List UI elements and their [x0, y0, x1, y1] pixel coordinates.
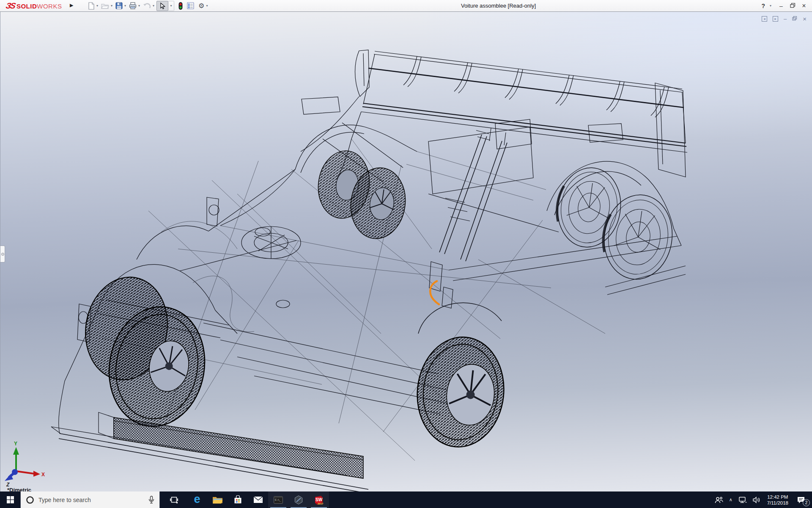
network-icon	[738, 497, 747, 503]
taskbar-store-button[interactable]	[228, 491, 248, 508]
rebuild-button[interactable]	[178, 1, 184, 11]
action-center-button[interactable]: 2	[792, 491, 810, 508]
triad-x-label: X	[41, 472, 45, 478]
front-grille	[99, 412, 363, 478]
menu-expand-arrow-icon[interactable]: ▶	[70, 3, 73, 8]
open-folder-icon	[101, 3, 109, 9]
solidworks-logo: ЗS SOLID WORKS	[6, 1, 62, 11]
options-dropdown[interactable]: ▾	[206, 4, 208, 8]
print-dropdown[interactable]: ▾	[138, 4, 140, 8]
new-document-button[interactable]	[87, 1, 96, 11]
triad-y-label: Y	[14, 441, 17, 447]
mail-icon	[253, 496, 263, 503]
viewport-minimize-button[interactable]: –	[784, 16, 787, 22]
title-bar: ЗS SOLID WORKS ▶ ▾ ▾	[0, 0, 812, 12]
file-properties-icon	[187, 2, 194, 9]
panel-tab-dot-icon	[1, 253, 4, 256]
task-view-icon	[170, 496, 178, 504]
hexagon-app-icon	[294, 495, 303, 505]
viewport-window-controls: ◂ ▸ – ×	[762, 16, 807, 22]
system-tray: ∧ 12:42 PM 7/11/2018	[712, 491, 812, 508]
taskbar-search-input[interactable]: Type here to search	[20, 491, 160, 508]
wireframe-car-model[interactable]: Y X Z	[0, 12, 812, 491]
notification-badge: 2	[803, 499, 810, 506]
logo-mark: ЗS	[5, 1, 16, 11]
command-prompt-icon: C:\_	[274, 496, 283, 504]
taskbar-hexagon-app-button[interactable]	[288, 491, 309, 508]
undo-arrow-icon	[143, 3, 151, 9]
viewport-restore-button[interactable]	[792, 16, 797, 22]
taskbar-command-prompt-button[interactable]: C:\_	[268, 491, 288, 508]
restore-button[interactable]	[789, 3, 796, 9]
help-button[interactable]: ?	[761, 3, 765, 9]
restore-icon	[790, 3, 796, 8]
sw-letters: SW	[315, 497, 323, 502]
window-controls: ? ▾ – ×	[761, 0, 808, 11]
start-button[interactable]	[0, 491, 20, 508]
open-dropdown[interactable]: ▾	[111, 4, 112, 8]
file-properties-button[interactable]	[186, 1, 195, 11]
traffic-light-icon	[178, 2, 183, 10]
close-button[interactable]: ×	[800, 2, 808, 10]
show-hidden-icons-button[interactable]: ∧	[726, 491, 735, 508]
options-button[interactable]: ⚙	[198, 1, 205, 11]
taskbar-edge-button[interactable]: e	[187, 491, 207, 508]
print-button[interactable]	[128, 1, 137, 11]
viewport-close-button[interactable]: ×	[803, 16, 807, 22]
select-cursor-icon	[160, 3, 165, 9]
chevron-up-icon: ∧	[729, 497, 732, 502]
sw-year: 2017	[318, 502, 324, 505]
clock-date: 7/11/2018	[767, 500, 788, 506]
volume-button[interactable]	[750, 491, 764, 508]
cortana-icon	[26, 496, 34, 504]
microphone-icon[interactable]	[148, 496, 154, 504]
undo-dropdown[interactable]: ▾	[153, 4, 154, 8]
taskbar-mail-button[interactable]	[248, 491, 268, 508]
select-cursor-button[interactable]	[156, 1, 168, 11]
minimize-button[interactable]: –	[777, 3, 785, 9]
taskbar-file-explorer-button[interactable]	[207, 491, 228, 508]
new-dropdown[interactable]: ▾	[96, 4, 98, 8]
reference-triad: Y X Z	[5, 441, 45, 488]
select-dropdown[interactable]: ▾	[168, 1, 174, 11]
document-title: Voiture assomblee [Read-only]	[461, 3, 536, 9]
taskbar-clock[interactable]: 12:42 PM 7/11/2018	[764, 494, 792, 506]
standard-toolbar: ▾ ▾ ▾	[87, 0, 210, 11]
undo-button[interactable]	[142, 1, 152, 11]
gear-icon: ⚙	[198, 3, 204, 9]
cmd-prompt-text: C:\_	[275, 498, 281, 502]
search-placeholder: Type here to search	[38, 497, 148, 503]
solidworks-2017-icon: SW 2017	[314, 495, 324, 505]
edge-icon: e	[194, 494, 200, 505]
open-button[interactable]	[100, 1, 110, 11]
print-icon	[129, 2, 137, 9]
save-button[interactable]	[115, 1, 123, 11]
graphics-viewport[interactable]: ◂ ▸ – ×	[0, 12, 812, 491]
file-explorer-icon	[212, 496, 223, 504]
people-button[interactable]	[712, 491, 726, 508]
viewport-restore-icon	[792, 16, 797, 21]
collapse-panel-left-icon[interactable]: ◂	[762, 16, 767, 22]
network-button[interactable]	[735, 491, 750, 508]
task-view-button[interactable]	[164, 491, 184, 508]
clock-time: 12:42 PM	[767, 494, 788, 500]
taskbar-solidworks-button[interactable]: SW 2017	[309, 491, 329, 508]
windows-taskbar: Type here to search e	[0, 491, 812, 508]
save-floppy-icon	[115, 2, 123, 9]
windows-logo-icon	[7, 496, 14, 503]
store-icon	[233, 495, 242, 504]
wheels	[77, 147, 678, 451]
feature-manager-collapsed-tab[interactable]	[0, 246, 5, 262]
save-dropdown[interactable]: ▾	[124, 4, 126, 8]
new-document-icon	[88, 2, 95, 10]
expand-panel-right-icon[interactable]: ▸	[773, 16, 778, 22]
people-icon	[715, 497, 723, 503]
help-dropdown[interactable]: ▾	[770, 4, 771, 8]
selected-edge-highlight[interactable]	[430, 281, 439, 304]
speaker-icon	[753, 497, 761, 503]
